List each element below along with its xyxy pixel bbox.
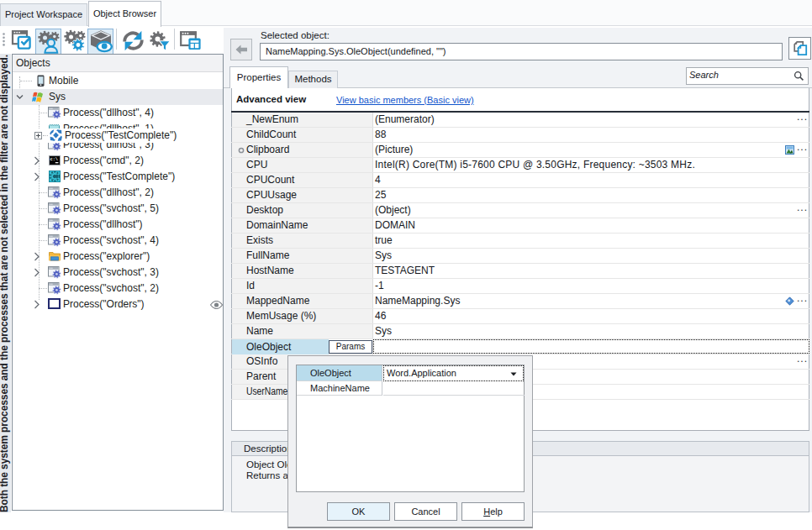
- svg-text:c:\: c:\: [50, 157, 58, 162]
